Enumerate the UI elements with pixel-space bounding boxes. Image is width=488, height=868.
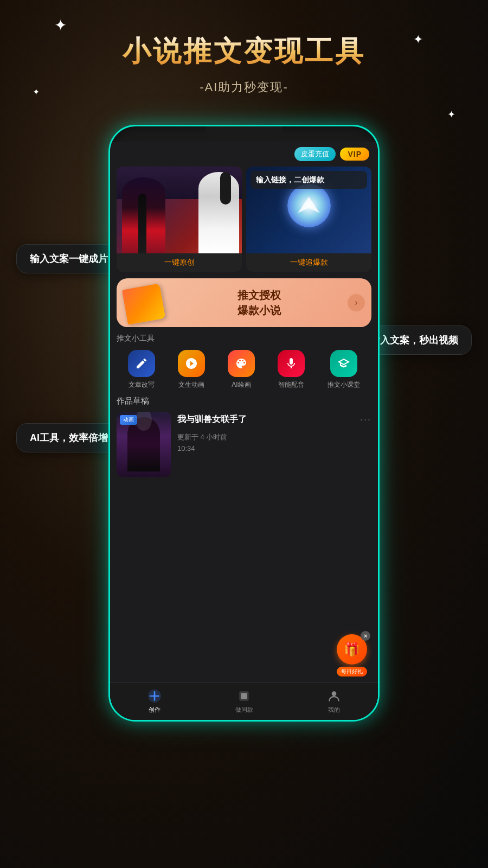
callout-1: 输入文案一键成片 <box>16 244 121 273</box>
banner-book <box>117 278 171 327</box>
works-section: 作品草稿 动画 我与驯兽女联手了 ··· <box>110 390 378 477</box>
phone-notch <box>206 126 282 142</box>
tool-label-voice: 智能配音 <box>278 380 304 390</box>
tool-icon-ai-draw <box>228 350 255 377</box>
work-title: 我与驯兽女联手了 <box>177 414 371 425</box>
tool-label-rewrite: 文章改写 <box>129 380 155 390</box>
tool-icon-class <box>330 350 357 377</box>
work-thumb-figure <box>117 417 171 477</box>
nav-icon-create <box>147 688 162 704</box>
palette-icon <box>235 357 248 370</box>
svg-rect-2 <box>241 693 247 699</box>
card-original[interactable]: 一键原创 <box>117 167 242 272</box>
work-item[interactable]: 动画 我与驯兽女联手了 ··· 更新于 4 小时前 10:34 <box>117 412 371 477</box>
header: 小说推文变现工具 -AI助力秒变现- <box>0 0 488 95</box>
nav-label-create: 创作 <box>149 706 160 714</box>
play-circle-icon <box>185 357 198 370</box>
card2-label: 一键追爆款 <box>246 253 371 272</box>
gift-close-button[interactable]: ✕ <box>361 631 370 641</box>
char-head <box>220 172 231 205</box>
tool-icon-rewrite <box>128 350 155 377</box>
banner-text: 推文授权 爆款小说 <box>171 288 348 318</box>
work-thumbnail: 动画 <box>117 412 171 477</box>
update-time: 10:34 <box>177 443 371 455</box>
nav-item-create[interactable]: 创作 <box>147 688 162 714</box>
phone-content: 皮蛋充值 VIP <box>110 142 378 720</box>
banner[interactable]: 推文授权 爆款小说 › <box>117 278 371 327</box>
char-hair <box>138 194 146 253</box>
card2-overlay: 输入链接，二创爆款 <box>251 171 367 189</box>
work-char-head <box>136 412 152 431</box>
manga-figure <box>117 167 242 253</box>
nav-label-copy: 做同款 <box>235 706 253 714</box>
work-char <box>127 417 160 471</box>
tool-item-animate[interactable]: 文生动画 <box>178 350 205 390</box>
cards-row: 一键原创 输入链接，二创爆款 一键追爆款 <box>110 167 378 272</box>
callout-3: AI工具，效率倍增 <box>16 423 121 452</box>
create-icon <box>147 689 162 703</box>
banner-arrow[interactable]: › <box>348 294 365 311</box>
work-more-button[interactable]: ··· <box>360 414 371 425</box>
bottom-nav: 创作 做同款 <box>110 682 378 720</box>
nav-item-mine[interactable]: 我的 <box>326 688 342 714</box>
edit-icon <box>135 357 148 370</box>
nav-item-copy[interactable]: 做同款 <box>235 688 253 714</box>
tool-item-rewrite[interactable]: 文章改写 <box>128 350 155 390</box>
tool-item-voice[interactable]: 智能配音 <box>278 350 305 390</box>
phone-mockup: 皮蛋充值 VIP <box>108 125 380 722</box>
card1-label: 一键原创 <box>117 253 242 272</box>
top-bar: 皮蛋充值 VIP <box>110 142 378 164</box>
tool-item-ai-draw[interactable]: AI绘画 <box>228 350 255 390</box>
works-title: 作品草稿 <box>117 396 371 406</box>
update-text: 更新于 4 小时前 <box>177 432 371 443</box>
work-tag: 动画 <box>120 415 137 425</box>
nav-icon-mine <box>326 688 342 704</box>
pidan-badge[interactable]: 皮蛋充值 <box>294 147 336 161</box>
char-male <box>198 172 239 253</box>
tool-item-class[interactable]: 推文小课堂 <box>328 350 360 390</box>
tools-title: 推文小工具 <box>117 334 371 343</box>
tools-section: 推文小工具 文章改写 <box>110 327 378 390</box>
person-icon <box>327 689 341 703</box>
banner-title-line1: 推文授权 <box>171 288 348 303</box>
school-icon <box>337 357 350 370</box>
main-title: 小说推文变现工具 <box>0 33 488 71</box>
subtitle: -AI助力秒变现- <box>0 79 488 95</box>
tool-label-animate: 文生动画 <box>178 380 204 390</box>
bird-glow <box>287 184 331 227</box>
bird-shape <box>298 197 320 213</box>
gift-label: 每日好礼 <box>337 667 367 676</box>
vip-badge[interactable]: VIP <box>340 148 369 161</box>
svg-point-3 <box>331 691 336 696</box>
tools-grid: 文章改写 文生动画 <box>117 350 371 390</box>
tool-icon-animate <box>178 350 205 377</box>
card-image-chase: 输入链接，二创爆款 <box>246 167 371 253</box>
banner-title-line2: 爆款小说 <box>171 303 348 318</box>
nav-label-mine: 我的 <box>328 706 340 714</box>
copy-icon <box>237 689 251 703</box>
card-chase[interactable]: 输入链接，二创爆款 一键追爆款 <box>246 167 371 272</box>
tool-label-class: 推文小课堂 <box>328 380 360 390</box>
phone-frame: 皮蛋充值 VIP <box>108 125 380 722</box>
work-update: 更新于 4 小时前 10:34 <box>177 432 371 455</box>
book-shape <box>122 283 165 324</box>
tool-icon-voice <box>278 350 305 377</box>
nav-icon-copy <box>236 688 252 704</box>
sparkle-4: ✦ <box>447 108 455 120</box>
work-info: 我与驯兽女联手了 ··· 更新于 4 小时前 10:34 <box>177 412 371 477</box>
tool-label-ai-draw: AI绘画 <box>232 380 251 390</box>
card-image-original <box>117 167 242 253</box>
float-gift-button[interactable]: ✕ 🎁 每日好礼 <box>337 634 367 676</box>
mic-icon <box>285 357 298 370</box>
